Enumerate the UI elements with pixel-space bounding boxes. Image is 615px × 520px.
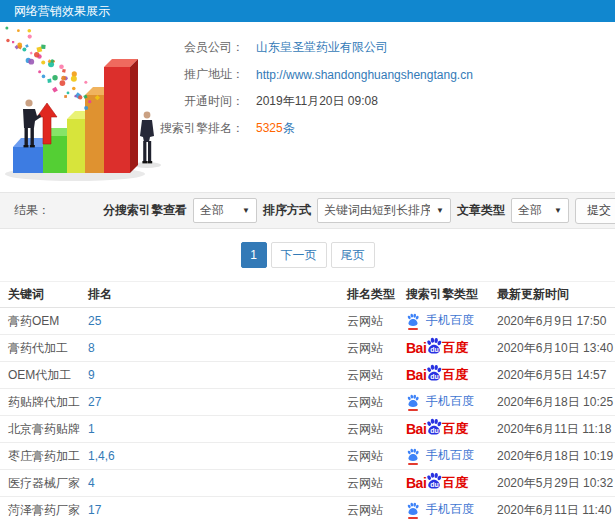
chevron-down-icon: ▼ [430, 206, 444, 215]
article-type-select[interactable]: 全部 ▼ [511, 198, 569, 223]
sort-select[interactable]: 关键词由短到长排序 ▼ [317, 198, 451, 223]
engine-cell: 手机百度 [398, 443, 489, 470]
engine-filter-label: 分搜索引擎查看 [103, 202, 187, 219]
rank-cell: 1,4,6 [80, 443, 339, 470]
baidu-logo-bai: Bai [406, 422, 426, 436]
update-time-cell: 2020年6月10日 13:40 [489, 335, 615, 362]
col-header-keyword: 关键词 [0, 282, 80, 308]
engine-rank-label: 搜索引擎排名： [140, 120, 244, 137]
table-row: 北京膏药贴牌 1 云网站 Bai du 百度 2020年6月11日 11:18 [0, 416, 615, 443]
submit-button[interactable]: 提交 [575, 198, 615, 224]
table-row: 膏药OEM 25 云网站 手机百度 2020年6月9日 17:50 [0, 308, 615, 335]
rank-cell: 4 [80, 470, 339, 497]
results-table-body: 膏药OEM 25 云网站 手机百度 2020年6月9日 17:50 膏药代加工 … [0, 308, 615, 520]
table-row: 枣庄膏药加工 1,4,6 云网站 手机百度 2020年6月18日 10:19 [0, 443, 615, 470]
engine-select[interactable]: 全部 ▼ [193, 198, 257, 223]
col-header-rank: 排名 [80, 282, 339, 308]
mobile-baidu-logo: 手机百度 [406, 447, 474, 464]
update-time-cell: 2020年6月18日 10:25 [489, 389, 615, 416]
rank-cell: 27 [80, 389, 339, 416]
col-header-engine-type: 搜索引擎类型 [398, 282, 489, 308]
filter-bar: 结果： 分搜索引擎查看 全部 ▼ 排序方式 关键词由短到长排序 ▼ 文章类型 全… [0, 192, 615, 229]
baidu-logo: Bai du 百度 [406, 341, 468, 355]
rank-link[interactable]: 8 [88, 341, 95, 355]
table-header-row: 关键词 排名 排名类型 搜索引擎类型 最新更新时间 [0, 282, 615, 308]
pagination: 1 下一页 尾页 [0, 229, 615, 281]
last-page-button[interactable]: 尾页 [331, 242, 375, 268]
update-time-cell: 2020年6月5日 14:57 [489, 362, 615, 389]
baidu-logo-cn: 百度 [442, 368, 468, 381]
mobile-baidu-logo: 手机百度 [406, 312, 474, 329]
member-company-row: 会员公司： 山东皇圣堂药业有限公司 [140, 34, 473, 61]
rank-count: 5325 [256, 121, 283, 135]
mobile-baidu-label: 手机百度 [426, 501, 474, 518]
engine-cell: Bai du 百度 [398, 470, 489, 497]
rank-type-cell: 云网站 [339, 416, 398, 443]
rank-link[interactable]: 4 [88, 476, 95, 490]
rank-link[interactable]: 17 [88, 503, 101, 517]
keyword-cell: 膏药OEM [0, 308, 80, 335]
rank-type-cell: 云网站 [339, 335, 398, 362]
rank-type-cell: 云网站 [339, 389, 398, 416]
sort-filter-label: 排序方式 [263, 202, 311, 219]
update-time-cell: 2020年6月11日 11:18 [489, 416, 615, 443]
chevron-down-icon: ▼ [548, 206, 562, 215]
rank-type-cell: 云网站 [339, 497, 398, 520]
mobile-baidu-label: 手机百度 [426, 447, 474, 464]
rank-cell: 1 [80, 416, 339, 443]
baidu-logo: Bai du 百度 [406, 422, 468, 436]
page-1-button[interactable]: 1 [241, 242, 267, 268]
info-section: 会员公司： 山东皇圣堂药业有限公司 推广地址： http://www.shand… [0, 22, 615, 192]
update-time-cell: 2020年6月18日 10:19 [489, 443, 615, 470]
promo-url-row: 推广地址： http://www.shandonghuangshengtang.… [140, 61, 473, 88]
mobile-baidu-label: 手机百度 [426, 393, 474, 410]
rank-cell: 25 [80, 308, 339, 335]
open-time-row: 开通时间： 2019年11月20日 09:08 [140, 88, 473, 115]
baidu-paw-icon [406, 448, 420, 462]
baidu-paw-icon: du [425, 472, 443, 490]
rank-type-cell: 云网站 [339, 470, 398, 497]
col-header-update-time: 最新更新时间 [489, 282, 615, 308]
member-company-label: 会员公司： [140, 39, 244, 56]
baidu-logo: Bai du 百度 [406, 368, 468, 382]
rank-link[interactable]: 27 [88, 395, 101, 409]
baidu-paw-icon: du [425, 418, 443, 436]
baidu-paw-icon [406, 313, 420, 327]
baidu-paw-icon [406, 394, 420, 408]
rank-cell: 17 [80, 497, 339, 520]
col-header-rank-type: 排名类型 [339, 282, 398, 308]
member-company-link[interactable]: 山东皇圣堂药业有限公司 [256, 39, 388, 56]
promo-url-label: 推广地址： [140, 66, 244, 83]
baidu-logo-cn: 百度 [442, 476, 468, 489]
next-page-button[interactable]: 下一页 [271, 242, 327, 268]
baidu-logo-du: du [430, 427, 439, 434]
filter-controls: 分搜索引擎查看 全部 ▼ 排序方式 关键词由短到长排序 ▼ 文章类型 全部 ▼ … [103, 198, 615, 224]
rank-link[interactable]: 9 [88, 368, 95, 382]
promo-url-link[interactable]: http://www.shandonghuangshengtang.cn [256, 68, 473, 82]
baidu-paw-icon: du [425, 364, 443, 382]
rank-type-cell: 云网站 [339, 443, 398, 470]
rank-type-cell: 云网站 [339, 308, 398, 335]
keyword-cell: 枣庄膏药加工 [0, 443, 80, 470]
table-row: 菏泽膏药厂家 17 云网站 手机百度 2020年6月11日 11:40 [0, 497, 615, 520]
engine-cell: Bai du 百度 [398, 335, 489, 362]
baidu-paw-icon: du [425, 337, 443, 355]
keyword-cell: 药贴牌代加工 [0, 389, 80, 416]
update-time-cell: 2020年6月11日 11:40 [489, 497, 615, 520]
table-row: 膏药代加工 8 云网站 Bai du 百度 2020年6月10日 13:40 [0, 335, 615, 362]
confetti-group [5, 26, 100, 109]
keyword-cell: OEM代加工 [0, 362, 80, 389]
rank-cell: 9 [80, 362, 339, 389]
article-type-select-value: 全部 [518, 202, 548, 219]
baidu-logo-bai: Bai [406, 476, 426, 490]
rank-link[interactable]: 1,4,6 [88, 449, 115, 463]
rank-link[interactable]: 1 [88, 422, 95, 436]
keyword-cell: 菏泽膏药厂家 [0, 497, 80, 520]
baidu-logo-cn: 百度 [442, 341, 468, 354]
mobile-baidu-label: 手机百度 [426, 312, 474, 329]
rank-type-cell: 云网站 [339, 362, 398, 389]
page-title: 网络营销效果展示 [0, 0, 615, 22]
mobile-baidu-logo: 手机百度 [406, 501, 474, 518]
rank-link[interactable]: 25 [88, 314, 101, 328]
keyword-cell: 膏药代加工 [0, 335, 80, 362]
